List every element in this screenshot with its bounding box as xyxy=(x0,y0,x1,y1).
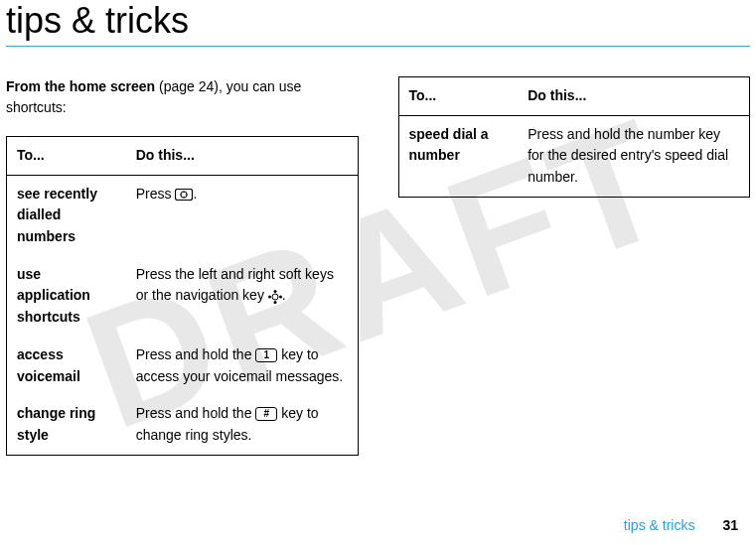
col-header-to: To... xyxy=(398,77,518,116)
row-action: Press . xyxy=(126,175,358,256)
table-row: access voicemail Press and hold the 1 ke… xyxy=(7,337,359,395)
svg-rect-0 xyxy=(176,189,193,200)
row-label: see recently dialled numbers xyxy=(7,175,126,256)
action-pre: Press and hold the xyxy=(136,405,256,421)
table-row: speed dial a number Press and hold the n… xyxy=(398,115,750,197)
page-number: 31 xyxy=(722,517,738,533)
row-action: Press the left and right soft keys or th… xyxy=(126,256,358,337)
row-action: Press and hold the # key to change ring … xyxy=(126,395,358,455)
action-pre: Press the left and right soft keys or th… xyxy=(136,266,334,304)
send-key-icon xyxy=(175,186,193,202)
col-header-do: Do this... xyxy=(518,77,749,116)
intro-paragraph: From the home screen (page 24), you can … xyxy=(6,76,359,118)
row-action: Press and hold the 1 key to access your … xyxy=(126,337,358,395)
page-footer: tips & tricks31 xyxy=(624,517,738,533)
action-post: . xyxy=(193,186,197,202)
action-post: . xyxy=(282,287,286,303)
key-hash-icon: # xyxy=(255,407,277,421)
table-header-row: To... Do this... xyxy=(398,77,750,116)
title-rule xyxy=(6,46,750,47)
row-label: access voicemail xyxy=(7,337,126,395)
shortcuts-table-1: To... Do this... see recently dialled nu… xyxy=(6,136,359,456)
action-pre: Press and hold the xyxy=(136,346,256,362)
table-row: change ring style Press and hold the # k… xyxy=(7,395,359,455)
col-header-to: To... xyxy=(7,137,126,176)
table-row: see recently dialled numbers Press . xyxy=(7,175,359,256)
table-header-row: To... Do this... xyxy=(7,137,359,176)
footer-section-link: tips & tricks xyxy=(624,517,695,533)
intro-bold: From the home screen xyxy=(6,78,155,94)
row-label: change ring style xyxy=(7,395,126,455)
col-header-do: Do this... xyxy=(126,137,358,176)
action-pre: Press xyxy=(136,186,176,202)
page-title: tips & tricks xyxy=(6,0,756,42)
right-column: To... Do this... speed dial a number Pre… xyxy=(398,76,751,456)
table-row: use application shortcuts Press the left… xyxy=(7,256,359,337)
key-1-icon: 1 xyxy=(255,348,277,362)
row-action: Press and hold the number key for the de… xyxy=(518,115,749,197)
left-column: From the home screen (page 24), you can … xyxy=(6,76,359,456)
row-label: use application shortcuts xyxy=(7,256,126,337)
shortcuts-table-2: To... Do this... speed dial a number Pre… xyxy=(398,76,751,198)
row-label: speed dial a number xyxy=(398,115,518,197)
navigation-key-icon xyxy=(268,290,282,304)
